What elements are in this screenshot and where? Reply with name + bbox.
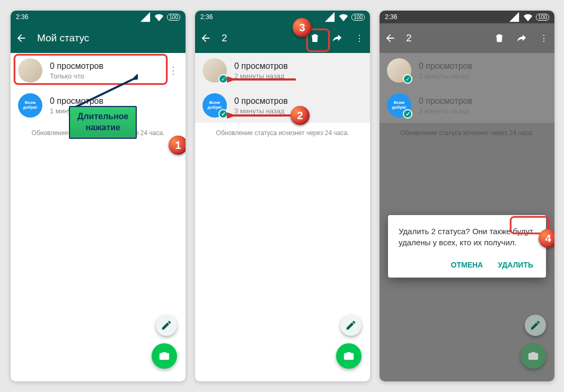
timestamp: 3 минуты назад — [234, 107, 288, 115]
camera-fab[interactable] — [152, 343, 177, 369]
phone-screen-1: 2:36 100 Мой статус 0 просмотров Только … — [11, 11, 186, 381]
arrow-left-icon — [15, 32, 27, 44]
status-bar: 2:36 100 — [380, 11, 554, 23]
timestamp: 2 минуты назад — [234, 72, 288, 80]
content-area: ✓ 0 просмотров 2 минуты назад Всем добра… — [195, 53, 370, 381]
avatar — [18, 58, 42, 83]
pencil-icon — [345, 319, 357, 331]
delete-button[interactable] — [309, 32, 321, 44]
phone-screen-3: 2:36 100 2 ⋮ ✓ 0 просмотров 2 минуты наз… — [380, 11, 554, 381]
more-button[interactable]: ⋮ — [537, 32, 550, 44]
more-button[interactable]: ⋮ — [353, 32, 366, 44]
status-text: 0 просмотров 3 минуты назад — [234, 96, 288, 115]
battery-icon: 100 — [536, 14, 549, 21]
clock-text: 2:36 — [385, 13, 397, 21]
pencil-fab[interactable] — [156, 315, 177, 336]
back-button[interactable] — [15, 32, 28, 44]
back-button[interactable] — [199, 32, 212, 44]
pencil-icon — [530, 319, 541, 331]
status-icons: 100 — [508, 11, 549, 23]
timestamp: 2 минуты назад — [419, 72, 472, 80]
share-button[interactable] — [515, 32, 528, 44]
cancel-button[interactable]: ОТМЕНА — [449, 257, 486, 272]
timestamp: Только что — [50, 72, 103, 80]
confirm-delete-button[interactable]: УДАЛИТЬ — [496, 257, 535, 272]
page-title: Мой статус — [37, 32, 181, 44]
status-row[interactable]: 0 просмотров Только что ⋮ — [11, 53, 186, 88]
views-count: 0 просмотров — [419, 61, 472, 71]
status-text: 0 просмотров 3 минуты назад — [419, 96, 472, 115]
timestamp: 3 минуты назад — [419, 107, 472, 115]
camera-icon — [343, 350, 355, 362]
check-icon: ✓ — [403, 74, 412, 84]
views-count: 0 просмотров — [419, 96, 472, 106]
clock-text: 2:36 — [16, 13, 28, 21]
selection-count: 2 — [222, 32, 299, 44]
wifi-icon — [338, 11, 349, 23]
dialog-message: Удалить 2 статуса? Они также будут удале… — [399, 226, 535, 248]
wifi-icon — [153, 11, 165, 23]
share-icon — [516, 32, 527, 44]
selection-count: 2 — [406, 32, 483, 44]
more-icon[interactable]: ⋮ — [169, 65, 178, 76]
delete-dialog: Удалить 2 статуса? Они также будут удале… — [388, 215, 546, 278]
app-bar-selection: 2 ⋮ — [380, 23, 554, 53]
status-bar: 2:36 100 — [11, 11, 186, 23]
pencil-icon — [161, 319, 172, 331]
views-count: 0 просмотров — [50, 96, 103, 106]
views-count: 0 просмотров — [234, 96, 288, 106]
clock-text: 2:36 — [200, 13, 213, 21]
status-text: 0 просмотров Только что — [50, 61, 103, 80]
avatar: ✓ — [387, 58, 411, 83]
camera-fab[interactable] — [336, 343, 362, 369]
phone-screen-2: 2:36 100 2 ⋮ ✓ 0 просмотров 2 минуты наз… — [195, 11, 370, 381]
camera-fab[interactable] — [521, 343, 546, 369]
pencil-fab[interactable] — [340, 315, 362, 336]
footnote-text: Обновление статуса исчезнет через 24 час… — [195, 123, 370, 143]
share-icon — [331, 32, 343, 44]
avatar: Всем добра! ✓ — [202, 93, 227, 118]
footnote-text: Обновление статуса исчезнет через 24 час… — [380, 123, 554, 143]
status-icons: 100 — [324, 11, 365, 23]
status-bar: 2:36 100 — [195, 11, 370, 23]
views-count: 0 просмотров — [50, 61, 103, 71]
signal-icon — [139, 11, 151, 23]
content-area: ✓ 0 просмотров 2 минуты назад Всем добра… — [380, 53, 554, 381]
views-count: 0 просмотров — [234, 61, 288, 71]
status-row[interactable]: ✓ 0 просмотров 2 минуты назад — [195, 53, 370, 88]
content-area: 0 просмотров Только что ⋮ Всем добра! 0 … — [11, 53, 186, 381]
status-text: 0 просмотров 2 минуты назад — [419, 61, 472, 80]
check-icon: ✓ — [403, 109, 412, 119]
check-icon: ✓ — [218, 74, 228, 84]
footnote-text: Обновление статуса исчезнет через 24 час… — [11, 123, 186, 143]
trash-icon — [494, 32, 505, 44]
camera-icon — [527, 350, 539, 362]
arrow-left-icon — [200, 32, 212, 44]
status-text: 0 просмотров 1 минуту назад — [50, 96, 103, 115]
signal-icon — [324, 11, 336, 23]
avatar: Всем добра! — [18, 93, 42, 118]
camera-icon — [158, 350, 170, 362]
check-icon: ✓ — [218, 109, 228, 119]
app-bar: Мой статус — [11, 23, 186, 53]
status-row[interactable]: Всем добра! 0 просмотров 1 минуту назад — [11, 88, 186, 123]
avatar: Всем добра! ✓ — [387, 93, 411, 118]
signal-icon — [508, 11, 520, 23]
back-button[interactable] — [384, 32, 396, 44]
trash-icon — [309, 32, 321, 44]
app-bar-selection: 2 ⋮ — [195, 23, 370, 53]
share-button[interactable] — [331, 32, 343, 44]
delete-button[interactable] — [493, 32, 506, 44]
battery-icon: 100 — [351, 14, 365, 21]
avatar: ✓ — [202, 58, 227, 83]
status-text: 0 просмотров 2 минуты назад — [234, 61, 288, 80]
pencil-fab[interactable] — [525, 315, 546, 336]
status-row[interactable]: Всем добра! ✓ 0 просмотров 3 минуты наза… — [380, 88, 554, 123]
battery-icon: 100 — [167, 14, 180, 21]
status-row[interactable]: Всем добра! ✓ 0 просмотров 3 минуты наза… — [195, 88, 370, 123]
timestamp: 1 минуту назад — [50, 107, 103, 115]
status-row[interactable]: ✓ 0 просмотров 2 минуты назад — [380, 53, 554, 88]
arrow-left-icon — [384, 32, 396, 44]
wifi-icon — [522, 11, 534, 23]
status-icons: 100 — [139, 11, 180, 23]
